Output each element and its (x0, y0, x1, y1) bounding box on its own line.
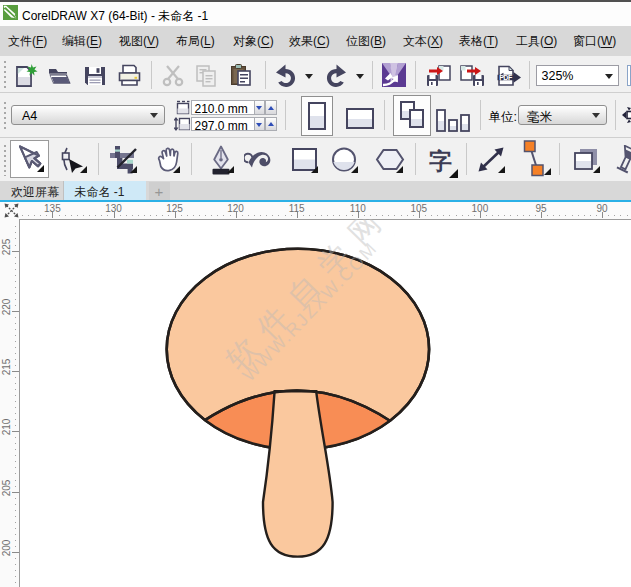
svg-text:PDF: PDF (499, 74, 513, 81)
